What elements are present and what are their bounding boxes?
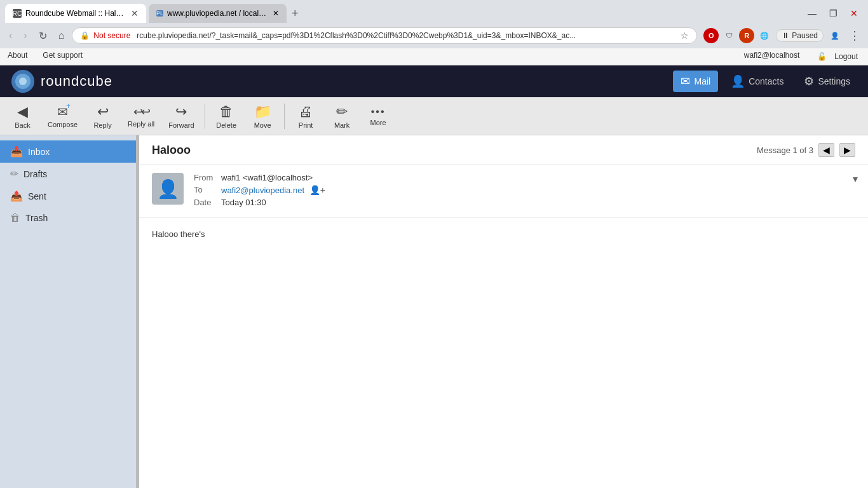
reply-all-label: Reply all xyxy=(128,120,154,128)
forward-label: Forward xyxy=(168,121,194,129)
email-view: Halooo Message 1 of 3 ◀ ▶ 👤 From wafi1 <… xyxy=(139,135,868,488)
to-value: wafi2@pluviopedia.net 👤+ xyxy=(221,185,325,195)
from-value: wafi1 <wafi1@localhost> xyxy=(221,173,313,182)
user-profile-icon[interactable]: 👤 xyxy=(827,28,843,43)
ext-globe-icon[interactable]: 🌐 xyxy=(757,28,772,43)
drafts-label: Drafts xyxy=(24,169,47,179)
ext-r-icon[interactable]: R xyxy=(739,28,754,43)
nav-contacts-label: Contacts xyxy=(749,76,783,86)
nav-contacts[interactable]: 👤 Contacts xyxy=(723,71,791,92)
sidebar-item-inbox[interactable]: 📥 Inbox xyxy=(0,140,136,163)
browser-titlebar: RC Roundcube Webmail :: Halooo ✕ PL www.… xyxy=(0,0,868,23)
email-header: Halooo Message 1 of 3 ◀ ▶ xyxy=(139,135,868,165)
message-nav-text: Message 1 of 3 xyxy=(757,146,813,155)
delete-button[interactable]: 🗑 Delete xyxy=(209,101,244,132)
minimize-button[interactable]: — xyxy=(803,7,822,20)
move-label: Move xyxy=(254,121,271,129)
back-nav-button[interactable]: ‹ xyxy=(5,29,16,43)
mark-button[interactable]: ✏ Mark xyxy=(325,101,360,132)
roundcube-logo xyxy=(10,69,36,94)
nav-mail-label: Mail xyxy=(694,76,710,86)
browser-extensions: O 🛡 R 🌐 xyxy=(703,28,772,43)
close-button[interactable]: ✕ xyxy=(845,7,863,20)
bookmark-icon[interactable]: ☆ xyxy=(681,30,689,41)
expand-details-button[interactable]: ▾ xyxy=(853,173,858,185)
back-button[interactable]: ◀ Back xyxy=(5,101,40,132)
sidebar: 📥 Inbox ✏ Drafts 📤 Sent 🗑 Trash xyxy=(0,135,137,488)
move-button[interactable]: 📁 Move xyxy=(245,101,280,132)
message-navigation: Message 1 of 3 ◀ ▶ xyxy=(757,143,855,157)
forward-nav-button[interactable]: › xyxy=(20,29,31,43)
settings-icon: ⚙ xyxy=(804,74,814,88)
add-contact-icon[interactable]: 👤+ xyxy=(309,185,325,195)
email-from-field: From wafi1 <wafi1@localhost> xyxy=(194,173,855,182)
to-label: To xyxy=(194,185,216,195)
refresh-nav-button[interactable]: ↻ xyxy=(35,29,51,43)
menu-user: wafi2@localhost xyxy=(742,50,803,64)
print-icon: 🖨 xyxy=(299,104,313,120)
nav-settings[interactable]: ⚙ Settings xyxy=(796,71,858,92)
not-secure-label: 🔒 xyxy=(80,31,90,40)
tab-close-2[interactable]: ✕ xyxy=(273,9,279,18)
avatar-icon: 👤 xyxy=(157,179,179,200)
tab-title-1: Roundcube Webmail :: Halooo xyxy=(25,9,127,18)
more-button[interactable]: ••• More xyxy=(361,104,396,129)
maximize-button[interactable]: ❐ xyxy=(824,7,843,20)
back-icon: ◀ xyxy=(17,104,28,120)
compose-icon: ✉+ xyxy=(57,104,68,119)
email-subject: Halooo xyxy=(152,144,757,157)
trash-icon: 🗑 xyxy=(10,212,20,224)
delete-icon: 🗑 xyxy=(219,104,233,120)
email-meta: 👤 From wafi1 <wafi1@localhost> To wafi2@… xyxy=(139,165,868,218)
ext-opera-icon[interactable]: O xyxy=(703,28,719,43)
svg-point-2 xyxy=(19,78,27,85)
to-email-link[interactable]: wafi2@pluviopedia.net xyxy=(221,186,304,195)
date-value: Today 01:30 xyxy=(221,198,266,207)
menu-support[interactable]: Get support xyxy=(40,50,85,64)
sidebar-item-trash[interactable]: 🗑 Trash xyxy=(0,207,136,229)
inbox-icon: 📥 xyxy=(10,146,23,158)
logout-button[interactable]: 🔓 Logout xyxy=(812,50,863,64)
message-next-button[interactable]: ▶ xyxy=(839,143,855,157)
from-label: From xyxy=(194,173,216,182)
app-body: 📥 Inbox ✏ Drafts 📤 Sent 🗑 Trash Halooo M… xyxy=(0,135,868,488)
sidebar-item-sent[interactable]: 📤 Sent xyxy=(0,185,136,207)
tab-favicon-1: RC xyxy=(13,9,22,18)
app-logo-text: roundcube xyxy=(41,73,112,90)
email-body-text: Halooo there's xyxy=(152,228,855,241)
sidebar-item-drafts[interactable]: ✏ Drafts xyxy=(0,163,136,185)
nav-mail[interactable]: ✉ Mail xyxy=(673,71,718,92)
forward-button[interactable]: ↪ Forward xyxy=(162,101,200,132)
message-prev-button[interactable]: ◀ xyxy=(818,143,834,157)
address-bar[interactable]: 🔒 Not secure rcube.pluviopedia.net/?_tas… xyxy=(72,27,697,44)
paused-icon: ⏸ xyxy=(782,31,789,40)
back-label: Back xyxy=(15,121,30,129)
reply-button[interactable]: ↩ Reply xyxy=(85,101,120,132)
ext-shield-icon[interactable]: 🛡 xyxy=(721,28,736,43)
new-tab-button[interactable]: + xyxy=(289,4,301,23)
reply-label: Reply xyxy=(94,121,112,129)
print-button[interactable]: 🖨 Print xyxy=(288,101,323,132)
print-label: Print xyxy=(299,121,313,129)
email-body: Halooo there's xyxy=(139,218,868,488)
more-label: More xyxy=(370,119,386,126)
browser-chrome: RC Roundcube Webmail :: Halooo ✕ PL www.… xyxy=(0,0,868,65)
browser-tab-active[interactable]: RC Roundcube Webmail :: Halooo ✕ xyxy=(5,4,146,23)
sent-icon: 📤 xyxy=(10,190,23,202)
reply-all-button[interactable]: ↩↩ Reply all xyxy=(121,102,161,130)
menu-about[interactable]: About xyxy=(5,50,30,64)
compose-button[interactable]: ✉+ Compose xyxy=(41,102,84,131)
compose-label: Compose xyxy=(48,121,78,128)
mail-icon: ✉ xyxy=(681,74,690,88)
tab-close-1[interactable]: ✕ xyxy=(131,8,139,18)
browser-addressbar: ‹ › ↻ ⌂ 🔒 Not secure rcube.pluviopedia.n… xyxy=(0,23,868,48)
window-controls: — ❐ ✕ xyxy=(803,7,863,20)
browser-tab-2[interactable]: PL www.pluviopedia.net / localhost ✕ xyxy=(149,4,287,23)
forward-icon: ↪ xyxy=(175,104,187,120)
email-details: From wafi1 <wafi1@localhost> To wafi2@pl… xyxy=(194,173,855,210)
inbox-label: Inbox xyxy=(28,147,50,157)
toolbar: ◀ Back ✉+ Compose ↩ Reply ↩↩ Reply all ↪… xyxy=(0,97,868,135)
browser-menu-button[interactable]: ⋮ xyxy=(846,27,863,44)
home-nav-button[interactable]: ⌂ xyxy=(55,29,69,43)
logout-label: Logout xyxy=(832,51,860,62)
